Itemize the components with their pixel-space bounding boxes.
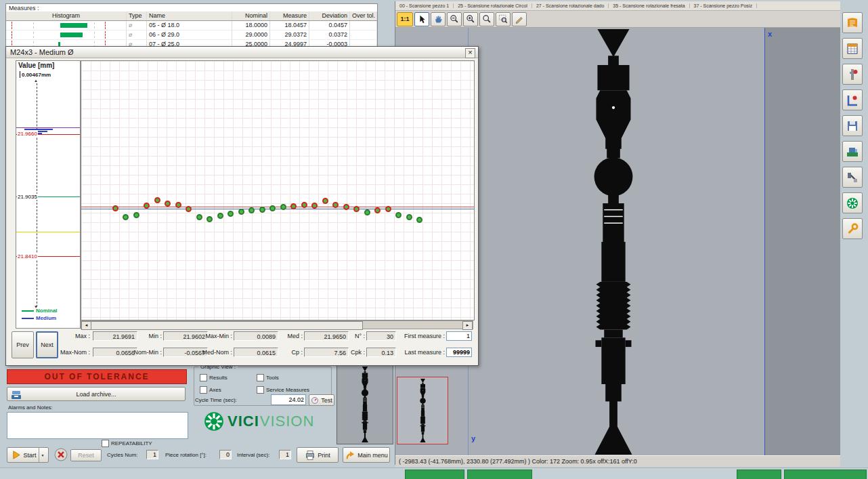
caliper-icon — [846, 171, 859, 184]
reset-button[interactable]: Reset — [70, 449, 102, 461]
measure-nominal: 29.0000 — [232, 30, 270, 39]
measure-type-icon: ⌀ — [127, 21, 147, 30]
hand-icon — [433, 14, 443, 24]
test-button[interactable]: Test — [309, 394, 334, 406]
data-point — [259, 207, 265, 213]
tab-scan-0[interactable]: 00 - Scansione pezzo 1 — [395, 3, 454, 8]
measure-table-button[interactable] — [842, 38, 863, 59]
main-menu-button[interactable]: Main menu — [343, 447, 390, 463]
save-button[interactable] — [842, 115, 863, 136]
part-thumbnail-selected[interactable] — [397, 377, 448, 444]
data-point — [416, 217, 422, 223]
reset-icon[interactable] — [54, 448, 68, 461]
cursor-tool-button[interactable] — [414, 12, 429, 26]
canvas-right-band — [765, 28, 840, 455]
first-measure-input[interactable] — [446, 331, 472, 341]
maxmin-label: Max-Min : — [183, 333, 232, 339]
tab-scan-1[interactable]: 25 - Scansione rotazionale Circol — [454, 3, 532, 8]
results-checkbox[interactable] — [200, 374, 207, 381]
tab-scan-2[interactable]: 27 - Scansione rotazionale dado — [532, 3, 609, 8]
service-tools-button[interactable] — [842, 218, 863, 239]
plot-scrollbar[interactable]: ◄ ► — [81, 320, 473, 329]
col-overtol: Over tol. — [350, 12, 377, 20]
table-row[interactable]: ⌀ 06 - Ø 29.0 29.0000 29.0372 0.0372 — [6, 30, 377, 40]
prev-button[interactable]: Prev — [12, 331, 34, 358]
data-point — [175, 202, 181, 208]
data-point — [196, 214, 202, 220]
tab-scan-3[interactable]: 35 - Scansione rotazionale fresata — [609, 3, 689, 8]
warning-axis-line — [16, 232, 80, 232]
last-measure-label: Last measure : — [396, 349, 445, 356]
deviation-bar — [60, 23, 87, 28]
rotation-input[interactable] — [219, 450, 232, 459]
last-measure-input[interactable] — [446, 348, 472, 357]
close-icon[interactable]: × — [465, 48, 475, 58]
tolerance-mark — [12, 31, 12, 39]
axis-arrow-up-icon: ▲ — [34, 79, 38, 83]
tab-scan-4[interactable]: 37 - Scansione pezzo Posiz — [690, 3, 757, 8]
maxnom-label: Max-Nom : — [44, 349, 90, 356]
measure-value: 29.0372 — [270, 30, 309, 39]
zoom-in-button[interactable] — [463, 12, 478, 26]
axis-scale: 0.00467mm — [22, 72, 51, 78]
brand-vici: VICI — [227, 413, 259, 430]
alarms-textarea[interactable] — [7, 412, 188, 439]
nominal-swatch-icon — [22, 310, 34, 312]
draw-measure-button[interactable] — [512, 12, 527, 26]
data-point — [364, 209, 370, 215]
scale-bracket-icon — [20, 71, 20, 78]
taskbar-item[interactable] — [405, 470, 464, 479]
max-label: Max : — [45, 333, 90, 339]
cycles-input[interactable] — [146, 450, 158, 459]
part-thumbnail[interactable] — [337, 365, 393, 444]
col-deviation: Deviation — [309, 12, 350, 20]
gauge-icon — [311, 396, 319, 404]
data-point — [374, 207, 381, 213]
data-point — [112, 205, 118, 211]
caliper-button[interactable] — [842, 167, 863, 188]
taskbar-item[interactable] — [737, 470, 781, 479]
rotation-label: Piece rotation [°]: — [165, 452, 207, 458]
taskbar-item[interactable] — [784, 470, 867, 479]
measure-tools-button[interactable] — [842, 89, 863, 110]
tools-checkbox[interactable] — [257, 374, 264, 381]
scroll-right-icon[interactable]: ► — [462, 321, 473, 330]
measure-deviation: 0.0457 — [309, 21, 350, 30]
machine-setup-button[interactable] — [842, 141, 863, 162]
data-point — [343, 204, 349, 210]
table-row[interactable]: ⌀ 05 - Ø 18.0 18.0000 18.0457 0.0457 — [6, 21, 377, 30]
data-point — [144, 203, 150, 209]
taskbar-item[interactable] — [467, 470, 532, 479]
repeatability-group: REPEATABILITY — [102, 440, 152, 447]
zoom-out-button[interactable] — [447, 12, 462, 26]
zoom-fit-button[interactable] — [479, 12, 494, 26]
pan-tool-button[interactable] — [431, 12, 446, 26]
zoom-area-button[interactable] — [496, 12, 511, 26]
part-program-button[interactable] — [842, 64, 863, 85]
repeatability-checkbox[interactable] — [102, 440, 109, 447]
medium-swatch-icon — [22, 318, 34, 319]
cycle-time-input[interactable] — [271, 394, 306, 405]
dialog-titlebar[interactable]: M24x3 - Medium Ø — [6, 47, 478, 58]
results-report-button[interactable] — [842, 12, 863, 33]
load-archive-button[interactable]: Load archive... — [7, 387, 186, 401]
data-point — [406, 214, 412, 220]
n-label: N° : — [338, 333, 365, 339]
axes-checkbox[interactable] — [200, 386, 207, 394]
start-button[interactable]: Start ▼ — [7, 447, 49, 463]
start-dropdown-icon[interactable]: ▼ — [39, 448, 45, 462]
archive-icon — [10, 389, 22, 400]
scroll-left-icon[interactable]: ◄ — [81, 321, 91, 330]
vici-home-button[interactable] — [842, 192, 863, 213]
legend-nominal: Nominal — [22, 308, 58, 314]
printer-icon — [305, 450, 316, 461]
scrollbar-thumb[interactable] — [91, 321, 363, 330]
service-measures-checkbox[interactable] — [257, 386, 264, 394]
print-button[interactable]: Print — [297, 447, 339, 463]
data-point — [154, 197, 160, 203]
scale-1-1-button[interactable]: 1:1 — [397, 12, 413, 26]
interval-label: Interval (sec): — [237, 452, 269, 458]
interval-input[interactable] — [279, 450, 291, 459]
zoom-out-icon — [450, 14, 459, 24]
tick-lower: 21.8410 — [17, 253, 38, 259]
